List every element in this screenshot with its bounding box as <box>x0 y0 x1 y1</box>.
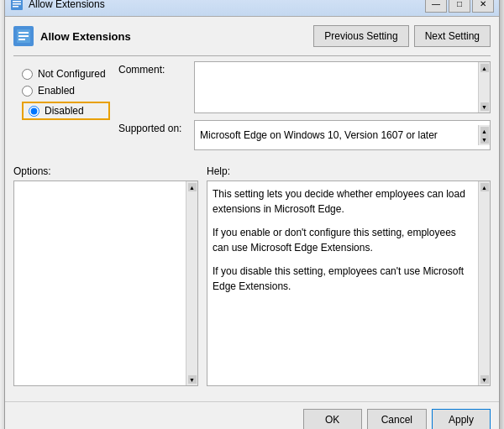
help-box: This setting lets you decide whether emp… <box>207 180 491 386</box>
radio-not-configured-input[interactable] <box>22 69 33 80</box>
radio-panel: Not Configured Enabled Disabled <box>13 61 110 157</box>
radio-section: Not Configured Enabled Disabled <box>22 68 110 120</box>
svg-rect-2 <box>13 3 21 5</box>
svg-rect-7 <box>18 39 25 40</box>
scroll-down-arrow[interactable]: ▼ <box>480 102 489 111</box>
scroll-up-arrow[interactable]: ▲ <box>480 64 489 72</box>
options-content <box>14 181 186 385</box>
title-bar-controls: — □ ✕ <box>425 0 494 13</box>
header-row: Allow Extensions Previous Setting Next S… <box>13 25 491 47</box>
apply-button[interactable]: Apply <box>432 409 491 429</box>
supported-scroll-down[interactable]: ▼ <box>480 135 489 144</box>
radio-enabled-label: Enabled <box>38 85 75 97</box>
svg-rect-3 <box>13 6 18 8</box>
supported-control: Microsoft Edge on Windows 10, Version 16… <box>194 120 491 150</box>
title-bar-left: Allow Extensions <box>10 0 105 11</box>
svg-rect-5 <box>18 32 29 34</box>
minimize-button[interactable]: — <box>425 0 447 13</box>
help-para-2: If you enable or don't configure this se… <box>213 225 473 255</box>
supported-value: Microsoft Edge on Windows 10, Version 16… <box>195 126 478 144</box>
window-icon <box>10 0 24 11</box>
window-title: Allow Extensions <box>29 0 105 10</box>
help-content: This setting lets you decide whether emp… <box>207 181 478 385</box>
supported-scrollbar: ▲ ▼ <box>478 125 490 145</box>
options-box: ▲ ▼ <box>13 180 198 386</box>
footer: OK Cancel Apply <box>5 401 499 429</box>
svg-rect-6 <box>18 35 29 37</box>
comment-wrapper: ▲ ▼ <box>194 61 491 113</box>
radio-disabled-label: Disabled <box>45 105 84 117</box>
radio-not-configured-label: Not Configured <box>38 68 106 80</box>
header-divider <box>13 55 491 56</box>
top-form-area: Not Configured Enabled Disabled <box>13 61 491 157</box>
comment-label: Comment: <box>118 61 194 76</box>
help-scrollbar: ▲ ▼ <box>478 181 490 385</box>
radio-not-configured[interactable]: Not Configured <box>22 68 110 80</box>
comment-textarea[interactable] <box>195 62 478 112</box>
title-bar: Allow Extensions — □ ✕ <box>5 0 499 17</box>
cancel-button[interactable]: Cancel <box>367 409 427 429</box>
radio-enabled-input[interactable] <box>22 86 33 97</box>
options-scroll-down[interactable]: ▼ <box>188 375 197 384</box>
comment-control: ▲ ▼ <box>194 61 491 113</box>
close-button[interactable]: ✕ <box>472 0 494 13</box>
comment-group: Comment: ▲ ▼ <box>118 61 491 113</box>
radio-disabled-wrapper: Disabled <box>22 102 110 120</box>
options-scrollbar: ▲ ▼ <box>186 181 197 385</box>
help-label: Help: <box>207 165 491 177</box>
supported-label: Supported on: <box>118 120 194 134</box>
help-para-3: If you disable this setting, employees c… <box>213 264 473 294</box>
previous-setting-button[interactable]: Previous Setting <box>313 25 408 47</box>
main-window: Allow Extensions — □ ✕ Allow Extensions <box>4 0 500 429</box>
radio-enabled[interactable]: Enabled <box>22 85 110 97</box>
header-title-area: Allow Extensions <box>13 26 131 46</box>
radio-disabled[interactable]: Disabled <box>29 105 84 117</box>
ok-button[interactable]: OK <box>303 409 362 429</box>
dialog-title: Allow Extensions <box>40 30 131 43</box>
supported-group: Supported on: Microsoft Edge on Windows … <box>118 120 491 150</box>
options-scroll-up[interactable]: ▲ <box>188 183 197 191</box>
svg-rect-1 <box>13 1 21 3</box>
comment-scrollbar: ▲ ▼ <box>478 62 490 112</box>
help-scroll-up[interactable]: ▲ <box>480 183 489 191</box>
navigation-buttons: Previous Setting Next Setting <box>313 25 491 47</box>
two-col-section: Options: ▲ ▼ Help: This setting lets you… <box>13 165 491 386</box>
radio-disabled-input[interactable] <box>29 106 39 117</box>
supported-wrapper: Microsoft Edge on Windows 10, Version 16… <box>194 120 491 150</box>
help-para-1: This setting lets you decide whether emp… <box>213 186 473 217</box>
header-icon <box>13 26 34 46</box>
next-setting-button[interactable]: Next Setting <box>414 25 491 47</box>
maximize-button[interactable]: □ <box>449 0 470 13</box>
options-section: Options: ▲ ▼ <box>13 165 198 386</box>
main-content: Allow Extensions Previous Setting Next S… <box>5 17 499 395</box>
help-section: Help: This setting lets you decide wheth… <box>207 165 491 386</box>
help-scroll-down[interactable]: ▼ <box>480 375 489 384</box>
right-panel: Comment: ▲ ▼ Supported on: <box>118 61 491 157</box>
options-label: Options: <box>13 165 198 177</box>
supported-scroll-up[interactable]: ▲ <box>480 127 489 135</box>
